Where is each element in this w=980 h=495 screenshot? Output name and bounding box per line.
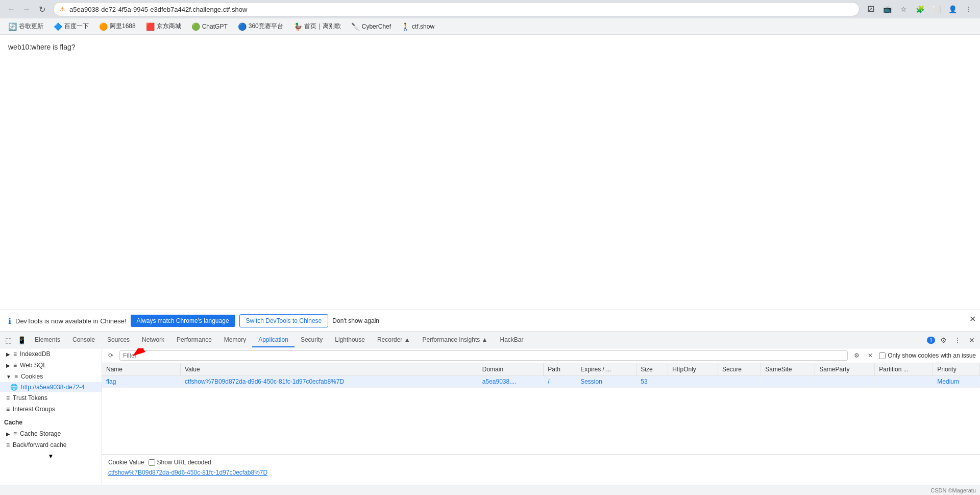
sidebar-label-cookie-url: http://a5ea9038-de72-4 (21, 384, 85, 391)
sidebar-item-back-forward-cache[interactable]: ≡ Back/forward cache (0, 439, 102, 451)
address-text: a5ea9038-de72-4f5a-9945-e3dfeb7a442f.cha… (69, 6, 853, 13)
sidebar-item-cookie-url[interactable]: 🌐 http://a5ea9038-de72-4 (0, 382, 102, 392)
cell-samesite (761, 376, 815, 388)
bookmark-ali1688[interactable]: 🟠 阿里1688 (95, 20, 140, 33)
col-header-size[interactable]: Size (636, 363, 668, 376)
sidebar-item-interest-groups[interactable]: ≡ Interest Groups (0, 404, 102, 415)
tab-hackbar[interactable]: HackBar (494, 333, 529, 347)
tab-network[interactable]: Network (136, 333, 170, 347)
bookmark-icon-1: 🔷 (54, 22, 62, 31)
col-header-name[interactable]: Name (102, 363, 180, 376)
forward-button[interactable]: → (19, 2, 34, 16)
dont-show-again-button[interactable]: Don't show again (332, 317, 379, 324)
bookmark-btn[interactable]: ☆ (896, 2, 911, 16)
col-header-domain[interactable]: Domain (478, 363, 543, 376)
tab-performance[interactable]: Performance (170, 333, 218, 347)
cell-path: / (544, 376, 576, 388)
bookmark-ctf[interactable]: 🚶 ctf.show (397, 20, 438, 33)
device-toolbar-button[interactable]: 📱 (15, 334, 28, 346)
cast-btn[interactable]: 📺 (880, 2, 894, 16)
cookie-value-panel: Cookie Value Show URL decoded ctfshow%7B… (102, 454, 980, 485)
bookmark-cyberchef[interactable]: 🔪 CyberChef (347, 20, 395, 33)
refresh-cookies-button[interactable]: ⟳ (106, 351, 115, 360)
tab-memory[interactable]: Memory (218, 333, 252, 347)
col-header-priority[interactable]: Priority (933, 363, 980, 376)
sidebar-label-cookies: Cookies (21, 373, 43, 380)
only-issues-checkbox[interactable] (879, 352, 886, 359)
tab-console[interactable]: Console (66, 333, 101, 347)
back-button[interactable]: ← (4, 2, 18, 16)
cookie-url-icon: 🌐 (10, 384, 18, 391)
tab-application[interactable]: Application (252, 333, 295, 347)
sidebar-label-cache-storage: Cache Storage (20, 430, 61, 437)
bookmarks-bar: 🔄 谷歌更新 🔷 百度一下 🟠 阿里1688 🟥 京东商城 🟢 ChatGPT … (0, 18, 980, 35)
close-notification-button[interactable]: ✕ (969, 314, 976, 324)
tab-lighthouse[interactable]: Lighthouse (329, 333, 371, 347)
sidebar-label-trust-tokens: Trust Tokens (13, 394, 47, 402)
sidebar-scroll-down[interactable]: ▼ (0, 451, 102, 462)
tab-elements[interactable]: Elements (29, 333, 66, 347)
bookmark-google-update[interactable]: 🔄 谷歌更新 (4, 20, 47, 33)
extensions-btn[interactable]: 🧩 (913, 2, 927, 16)
only-issues-label: Only show cookies with an issue (888, 352, 976, 359)
cell-domain: a5ea9038.... (478, 376, 543, 388)
sidebar-item-websql[interactable]: ▶ ≡ Web SQL (0, 360, 102, 371)
devtools-more-button[interactable]: ⋮ (951, 334, 964, 346)
switch-to-chinese-button[interactable]: Switch DevTools to Chinese (239, 314, 329, 327)
reload-button[interactable]: ↻ (35, 2, 49, 16)
sidebar-item-trust-tokens[interactable]: ≡ Trust Tokens (0, 392, 102, 404)
col-header-secure[interactable]: Secure (718, 363, 761, 376)
bookmark-home[interactable]: 🦆 首页｜离别歌 (289, 20, 345, 33)
arrow-icon-cookies: ▼ (6, 374, 11, 380)
tab-security[interactable]: Security (295, 333, 329, 347)
arrow-icon-indexeddb: ▶ (6, 351, 10, 357)
profile-btn[interactable]: 👤 (945, 2, 960, 16)
page-title: web10:where is flag? (8, 43, 972, 51)
filter-options-button[interactable]: ⚙ (852, 351, 862, 360)
inspect-element-button[interactable]: ⬚ (2, 334, 14, 346)
devtools-sidebar: ▶ ≡ IndexedDB ▶ ≡ Web SQL ▼ ≡ Cookies 🌐 … (0, 348, 102, 485)
bookmark-icon-4: 🟢 (191, 22, 200, 31)
devtools-settings-button[interactable]: ⚙ (937, 334, 949, 346)
bookmark-baidu[interactable]: 🔷 百度一下 (50, 20, 93, 33)
bookmark-chatgpt[interactable]: 🟢 ChatGPT (187, 20, 232, 33)
bookmark-360[interactable]: 🔵 360竞赛平台 (234, 20, 287, 33)
cell-value: ctfshow%7B09d872da-d9d6-450c-81fc-1d97c0… (180, 376, 478, 388)
col-header-path[interactable]: Path (544, 363, 576, 376)
address-bar[interactable]: ⚠ a5ea9038-de72-4f5a-9945-e3dfeb7a442f.c… (53, 2, 860, 16)
arrow-icon-websql: ▶ (6, 363, 10, 368)
menu-btn[interactable]: ⋮ (962, 2, 976, 16)
filter-input[interactable] (123, 352, 844, 359)
show-url-decoded-checkbox[interactable] (149, 459, 155, 466)
bookmark-icon-7: 🔪 (351, 22, 360, 31)
always-match-language-button[interactable]: Always match Chrome's language (131, 315, 235, 327)
tab-recorder[interactable]: Recorder ▲ (371, 333, 416, 347)
devtools-body: ▶ ≡ IndexedDB ▶ ≡ Web SQL ▼ ≡ Cookies 🌐 … (0, 348, 980, 485)
col-header-sameparty[interactable]: SameParty (815, 363, 875, 376)
cell-partition (875, 376, 933, 388)
table-row[interactable]: flag ctfshow%7B09d872da-d9d6-450c-81fc-1… (102, 376, 980, 388)
col-header-value[interactable]: Value (180, 363, 478, 376)
col-header-expires[interactable]: Expires / ... (576, 363, 636, 376)
clear-filter-button[interactable]: ✕ (866, 351, 875, 360)
show-url-decoded-text: Show URL decoded (157, 459, 211, 466)
only-issues-checkbox-label: Only show cookies with an issue (879, 352, 976, 359)
tab-sources[interactable]: Sources (101, 333, 136, 347)
devtools-toolbar: ⬚ 📱 Elements Console Sources Network Per… (0, 332, 980, 348)
table-header-row: Name Value Domain Path Expires / ... Siz… (102, 363, 980, 376)
tab-performance-insights[interactable]: Performance insights ▲ (416, 333, 494, 347)
bookmark-icon-2: 🟠 (99, 22, 108, 31)
sidebar-item-cache-storage[interactable]: ▶ ≡ Cache Storage (0, 428, 102, 439)
sidebar-item-indexeddb[interactable]: ▶ ≡ IndexedDB (0, 348, 102, 360)
col-header-samesite[interactable]: SameSite (761, 363, 815, 376)
col-header-httponly[interactable]: HttpOnly (668, 363, 718, 376)
sidebar-item-icon-indexeddb: ≡ (13, 350, 17, 358)
col-header-partition[interactable]: Partition ... (875, 363, 933, 376)
sidebar-item-icon-cache: ≡ (13, 430, 17, 437)
screenshot-btn[interactable]: 🖼 (864, 2, 878, 16)
window-btn[interactable]: ⬜ (929, 2, 943, 16)
bookmark-jd[interactable]: 🟥 京东商城 (142, 20, 185, 33)
devtools-close-button[interactable]: ✕ (966, 334, 978, 346)
sidebar-item-cookies[interactable]: ▼ ≡ Cookies (0, 371, 102, 382)
cookie-value-link[interactable]: ctfshow%7B09d872da-d9d6-450c-81fc-1d97c0… (108, 469, 267, 476)
